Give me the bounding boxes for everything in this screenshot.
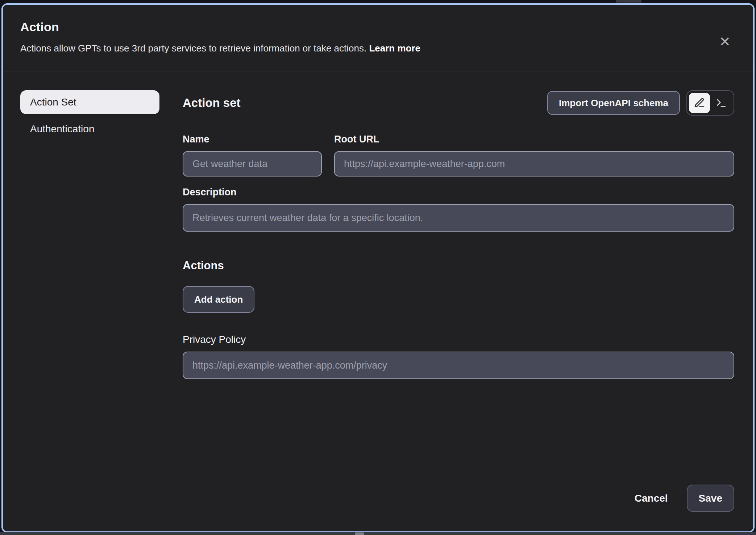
background-page-handle [355,532,364,535]
privacy-policy-input[interactable] [183,352,734,379]
modal-body: Action Set Authentication Action set Imp… [3,71,753,485]
name-url-row: Name Root URL [183,134,734,177]
root-url-field-group: Root URL [334,134,734,177]
save-button[interactable]: Save [687,485,734,512]
sidebar-item-authentication[interactable]: Authentication [20,117,159,141]
sidebar: Action Set Authentication [20,90,159,485]
action-modal: Action Actions allow GPTs to use 3rd par… [1,3,755,533]
actions-section-heading: Actions [183,259,734,272]
main-top-row: Action set Import OpenAPI schema [183,90,734,116]
name-field-group: Name [183,134,322,177]
terminal-code-icon[interactable] [711,93,732,113]
sidebar-item-label: Action Set [30,96,76,108]
root-url-label: Root URL [334,134,734,145]
description-input[interactable] [183,204,734,232]
cancel-button[interactable]: Cancel [635,493,668,504]
sidebar-item-label: Authentication [30,123,94,135]
name-input[interactable] [183,151,322,177]
import-openapi-schema-button[interactable]: Import OpenAPI schema [547,91,680,115]
modal-title: Action [20,20,736,34]
description-label: Description [183,187,734,198]
root-url-input[interactable] [334,151,734,177]
top-controls: Import OpenAPI schema [547,90,734,116]
modal-subtitle: Actions allow GPTs to use 3rd party serv… [20,43,736,54]
sidebar-item-action-set[interactable]: Action Set [20,90,159,114]
modal-subtitle-text: Actions allow GPTs to use 3rd party serv… [20,43,369,54]
action-set-heading: Action set [183,96,241,110]
modal-header: Action Actions allow GPTs to use 3rd par… [3,5,753,71]
privacy-policy-field-group: Privacy Policy [183,334,734,379]
background-page-strip [0,532,756,535]
editor-mode-toggle [686,90,734,116]
name-label: Name [183,134,322,145]
add-action-button[interactable]: Add action [183,286,254,313]
close-icon[interactable]: ✕ [716,33,734,50]
privacy-policy-label: Privacy Policy [183,334,734,345]
background-page-fragment [616,0,641,3]
learn-more-link[interactable]: Learn more [369,43,420,54]
pencil-edit-icon[interactable] [689,93,710,113]
description-field-group: Description [183,187,734,232]
main-panel: Action set Import OpenAPI schema [183,90,734,485]
modal-footer: Cancel Save [3,485,753,531]
